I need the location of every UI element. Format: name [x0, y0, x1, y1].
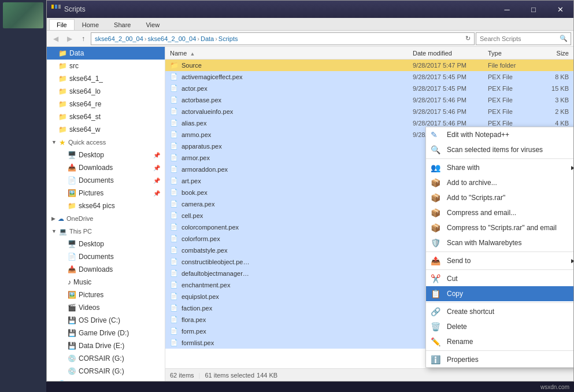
thispc-header[interactable]: ▼ 💻 This PC	[47, 225, 165, 238]
nav-downloads-quick[interactable]: 📥 Downloads 📌	[47, 161, 165, 174]
crumb-1[interactable]: skse64_2_00_04	[95, 35, 143, 42]
sidebar-item-src[interactable]: 📁 src	[47, 60, 165, 72]
nav-pc-music-label: Music	[73, 278, 91, 286]
file-name: actorbase.pex	[182, 97, 413, 103]
back-button[interactable]: ◀	[49, 32, 62, 45]
maximize-button[interactable]: □	[520, 1, 547, 18]
ctx-edit-notepad[interactable]: ✎ Edit with Notepad++	[426, 127, 573, 142]
file-name: combatstyle.pex	[182, 247, 413, 254]
pex-icon: 📄	[170, 142, 179, 150]
nav-game-drive-label: Game Drive (D:)	[79, 329, 129, 337]
search-box[interactable]: 🔍	[476, 32, 571, 45]
file-size: 4 KB	[534, 120, 569, 127]
title-bar: Scripts ─ □ ✕	[47, 1, 573, 18]
nav-documents-label: Documents	[79, 176, 114, 184]
col-header-date[interactable]: Date modified	[413, 50, 488, 57]
col-header-type[interactable]: Type	[488, 50, 534, 57]
ctx-add-archive[interactable]: 📦 Add to archive...	[426, 175, 573, 190]
minimize-button[interactable]: ─	[494, 1, 520, 18]
file-size: 15 KB	[534, 85, 569, 92]
ctx-send-to[interactable]: 📤 Send to	[426, 253, 573, 268]
nav-documents[interactable]: 📄 Documents 📌	[47, 174, 165, 187]
nav-os-drive[interactable]: 💾 OS Drive (C:)	[47, 314, 165, 327]
table-row[interactable]: 📄 activemagiceffect.pex 9/28/2017 5:45 P…	[165, 71, 573, 83]
sidebar-item-skse64-re[interactable]: 📁 skse64_re	[47, 98, 165, 110]
col-header-name[interactable]: Name ▲	[170, 50, 413, 57]
quick-access-header[interactable]: ▼ ★ Quick access	[47, 136, 165, 149]
sidebar-item-skse64-1[interactable]: 📁 skse64_1_	[47, 72, 165, 85]
nav-pc-downloads[interactable]: 📥 Downloads	[47, 263, 165, 276]
nav-pc-desktop[interactable]: 🖥️ Desktop	[47, 238, 165, 250]
nav-pc-documents[interactable]: 📄 Documents	[47, 250, 165, 263]
nav-pc-music[interactable]: ♪ Music	[47, 276, 165, 289]
crumb-4[interactable]: Scripts	[219, 35, 238, 42]
nav-data-drive[interactable]: 💾 Data Drive (E:)	[47, 339, 165, 352]
close-button[interactable]: ✕	[547, 1, 573, 18]
file-name: camera.pex	[182, 201, 413, 208]
nav-desktop[interactable]: 🖥️ Desktop 📌	[47, 149, 165, 161]
ctx-divider-1	[426, 158, 573, 159]
address-bar[interactable]: skse64_2_00_04 › skse64_2_00_04 › Data ›…	[91, 32, 475, 45]
sidebar-item-skse64-lo[interactable]: 📁 skse64_lo	[47, 85, 165, 98]
nav-pc-desktop-label: Desktop	[79, 240, 104, 248]
ctx-add-scripts-rar[interactable]: 📦 Add to "Scripts.rar"	[426, 190, 573, 205]
pex-icon: 📄	[170, 339, 179, 347]
os-status-bar: wsxdn.com	[0, 382, 574, 392]
pex-icon: 📄	[170, 316, 179, 324]
tab-file[interactable]: File	[49, 19, 75, 30]
ctx-properties[interactable]: ℹ️ Properties	[426, 352, 573, 367]
pex-icon: 📄	[170, 246, 179, 254]
onedrive-icon: ☁	[58, 215, 64, 223]
tab-share[interactable]: Share	[106, 19, 138, 30]
nav-pictures-label: Pictures	[79, 189, 103, 197]
sidebar-label-data: Data	[69, 49, 84, 57]
nav-corsair-g1[interactable]: 💿 CORSAIR (G:)	[47, 352, 165, 365]
nav-pc-videos[interactable]: 🎬 Videos	[47, 301, 165, 314]
nav-pictures[interactable]: 🖼️ Pictures 📌	[47, 187, 165, 199]
file-size: 8 KB	[534, 73, 569, 80]
pex-icon: 📄	[170, 108, 179, 116]
ctx-share-with[interactable]: 👥 Share with	[426, 160, 573, 175]
table-row[interactable]: 📁 Source 9/28/2017 5:47 PM File folder	[165, 60, 573, 71]
pex-icon: 📄	[170, 281, 179, 289]
search-input[interactable]	[480, 35, 560, 42]
sidebar-item-data[interactable]: 📁 Data	[47, 47, 165, 60]
nav-game-drive[interactable]: 💾 Game Drive (D:)	[47, 327, 165, 339]
ctx-copy[interactable]: 📋 Copy	[426, 286, 573, 301]
ctx-compress-email[interactable]: 📦 Compress and email...	[426, 205, 573, 220]
file-date: 9/28/2017 5:46 PM	[413, 97, 488, 103]
nav-skse64pics[interactable]: 📁 skse64 pics	[47, 199, 165, 212]
ctx-create-shortcut[interactable]: 🔗 Create shortcut	[426, 304, 573, 319]
up-button[interactable]: ↑	[77, 32, 90, 45]
ctx-rename[interactable]: ✏️ Rename	[426, 334, 573, 349]
ctx-delete[interactable]: 🗑️ Delete	[426, 319, 573, 334]
nav-pc-pictures[interactable]: 🖼️ Pictures	[47, 289, 165, 301]
col-header-size[interactable]: Size	[534, 50, 569, 57]
ctx-scan-malwarebytes[interactable]: 🛡️ Scan with Malwarebytes	[426, 235, 573, 250]
folder-icon: 📁	[58, 100, 67, 108]
table-row[interactable]: 📄 actorbase.pex 9/28/2017 5:46 PM PEX Fi…	[165, 94, 573, 106]
table-row[interactable]: 📄 actorvalueinfo.pex 9/28/2017 5:46 PM P…	[165, 106, 573, 117]
table-row[interactable]: 📄 actor.pex 9/28/2017 5:45 PM PEX File 1…	[165, 83, 573, 94]
pictures-icon: 🖼️	[68, 189, 76, 197]
sidebar-item-skse64-w[interactable]: 📁 skse64_w	[47, 123, 165, 136]
onedrive-header[interactable]: ▶ ☁ OneDrive	[47, 212, 165, 225]
network-header[interactable]: ▶ 🌐 Network	[47, 378, 165, 381]
nav-corsair-g2[interactable]: 💿 CORSAIR (G:)	[47, 365, 165, 378]
refresh-icon[interactable]: ↻	[465, 35, 471, 42]
forward-button[interactable]: ▶	[63, 32, 76, 45]
sort-arrow: ▲	[190, 51, 195, 57]
ctx-cut[interactable]: ✂️ Cut	[426, 271, 573, 286]
crumb-2[interactable]: skse64_2_00_04	[147, 35, 196, 42]
tab-view[interactable]: View	[138, 19, 167, 30]
taskbar-thumbnail	[3, 2, 43, 28]
tab-home[interactable]: Home	[75, 19, 106, 30]
crumb-3[interactable]: Data	[201, 35, 214, 42]
ctx-compress-scripts-email[interactable]: 📦 Compress to "Scripts.rar" and email	[426, 220, 573, 235]
pex-icon: 📄	[170, 131, 179, 139]
folder-icon: 📁	[58, 62, 67, 70]
pex-icon: 📄	[170, 84, 179, 93]
sidebar-item-skse64-st[interactable]: 📁 skse64_st	[47, 110, 165, 123]
file-name: actorvalueinfo.pex	[182, 108, 413, 115]
ctx-scan-viruses[interactable]: 🔍 Scan selected items for viruses	[426, 142, 573, 157]
